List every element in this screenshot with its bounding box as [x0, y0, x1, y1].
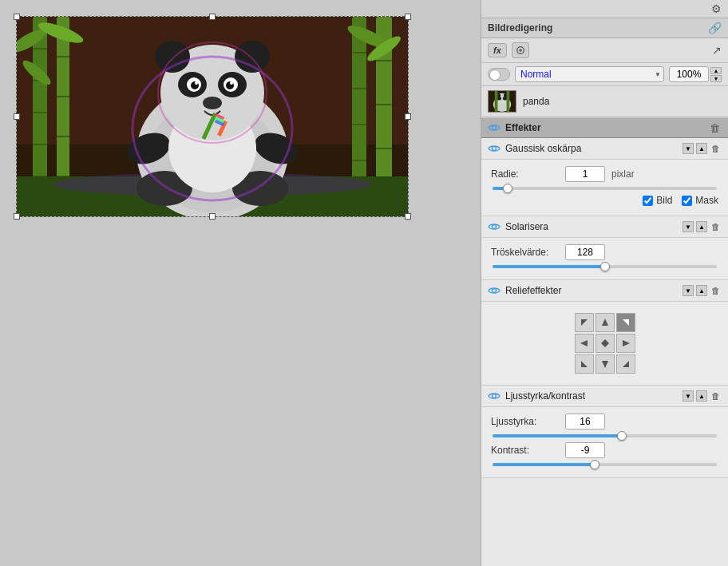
panel-link-icon[interactable]: 🔗	[708, 22, 722, 34]
threshold-label: Tröskelvärde:	[491, 247, 559, 258]
bild-label: Bild	[656, 195, 672, 206]
canvas-image-container[interactable]	[16, 16, 409, 217]
gaussian-visibility-toggle[interactable]	[488, 142, 500, 155]
svg-point-47	[230, 81, 233, 85]
handle-tl[interactable]	[14, 14, 20, 20]
panel-title-bar: Bildredigering 🔗	[481, 18, 728, 38]
relief-sw[interactable]	[575, 354, 594, 374]
layer-thumbnail	[488, 90, 516, 113]
relief-name: Reliefeffekter	[505, 285, 678, 296]
svg-point-57	[519, 49, 521, 51]
mode-row: Normal Upplösa Multiplicera Skärm ▼ ▲ ▼	[481, 63, 728, 86]
relief-w[interactable]	[575, 334, 594, 353]
radius-row: Radie: pixlar	[491, 166, 718, 182]
svg-marker-77	[581, 361, 588, 367]
relief-delete[interactable]: 🗑	[710, 286, 722, 295]
gear-icon[interactable]: ⚙	[711, 2, 722, 15]
brightness-up-arrow[interactable]: ▲	[696, 390, 707, 402]
effect-row-relief: Reliefeffekter ▼ ▲ 🗑	[481, 280, 728, 302]
solarize-visibility-toggle[interactable]	[488, 220, 500, 233]
brightness-delete[interactable]: 🗑	[710, 391, 722, 401]
export-icon[interactable]: ↗	[712, 44, 722, 57]
bild-checkbox[interactable]	[643, 196, 653, 206]
relief-up-arrow[interactable]: ▲	[696, 285, 707, 296]
relief-params	[481, 302, 728, 386]
mode-select-wrapper: Normal Upplösa Multiplicera Skärm ▼	[515, 66, 664, 82]
handle-bl[interactable]	[14, 213, 20, 220]
top-gear-area: ⚙	[481, 0, 728, 18]
effect-row-gaussian: Gaussisk oskärpa ▼ ▲ 🗑	[481, 138, 728, 160]
adjust-icon	[516, 45, 525, 56]
solarize-delete[interactable]: 🗑	[710, 222, 722, 232]
relief-e[interactable]	[616, 334, 635, 353]
effect-row-solarize: Solarisera ▼ ▲ 🗑	[481, 216, 728, 238]
blend-mode-select[interactable]: Normal Upplösa Multiplicera Skärm	[515, 66, 664, 82]
relief-down-arrow[interactable]: ▼	[682, 285, 694, 296]
handle-tc[interactable]	[209, 14, 216, 20]
gaussian-name: Gaussisk oskärpa	[505, 143, 678, 154]
contrast-input[interactable]	[565, 442, 605, 458]
relief-center[interactable]	[595, 334, 615, 353]
layer-row: panda	[481, 86, 728, 117]
effects-visibility-toggle[interactable]	[488, 121, 500, 134]
mask-checkbox-label[interactable]: Mask	[682, 195, 718, 206]
relief-se[interactable]	[616, 354, 635, 374]
relief-ne[interactable]	[616, 313, 635, 332]
canvas-area	[0, 0, 481, 566]
brightness-down-arrow[interactable]: ▼	[682, 390, 694, 402]
handle-bc[interactable]	[209, 213, 216, 220]
relief-nw[interactable]	[575, 313, 594, 332]
opacity-up-button[interactable]: ▲	[710, 67, 722, 74]
mode-toggle[interactable]	[488, 68, 510, 81]
effect-row-brightness: Ljusstyrka/kontrast ▼ ▲ 🗑	[481, 386, 728, 407]
handle-ml[interactable]	[14, 113, 20, 120]
threshold-row: Tröskelvärde:	[491, 244, 718, 260]
threshold-input[interactable]	[565, 244, 605, 260]
brightness-input[interactable]	[565, 414, 605, 429]
svg-marker-72	[602, 319, 608, 326]
svg-point-68	[493, 147, 497, 151]
radius-slider[interactable]	[493, 187, 717, 190]
relief-s[interactable]	[595, 354, 615, 374]
contrast-slider[interactable]	[493, 463, 717, 466]
effects-header-left: Effekter	[488, 121, 541, 134]
gaussian-up-arrow[interactable]: ▲	[696, 143, 707, 154]
gaussian-down-arrow[interactable]: ▼	[682, 143, 694, 154]
fx-button[interactable]: fx	[488, 43, 507, 57]
svg-point-48	[203, 97, 222, 109]
solarize-params: Tröskelvärde:	[481, 238, 728, 280]
tool-icon-button[interactable]	[512, 42, 529, 58]
handle-br[interactable]	[405, 213, 411, 220]
solarize-down-arrow[interactable]: ▼	[682, 221, 694, 232]
svg-point-46	[195, 81, 198, 85]
relief-visibility-toggle[interactable]	[488, 284, 500, 297]
handle-tr[interactable]	[405, 14, 411, 20]
effects-title: Effekter	[505, 122, 541, 133]
solarize-up-arrow[interactable]: ▲	[696, 221, 707, 232]
gaussian-params: Radie: pixlar Bild Mask	[481, 160, 728, 216]
svg-rect-66	[507, 91, 510, 112]
solarize-name: Solarisera	[505, 221, 678, 232]
radius-input[interactable]	[565, 166, 605, 182]
radius-slider-row	[491, 187, 718, 190]
contrast-slider-row	[491, 463, 718, 466]
bild-checkbox-label[interactable]: Bild	[643, 195, 672, 206]
layer-name: panda	[523, 96, 549, 107]
opacity-input[interactable]	[669, 66, 709, 82]
right-panel: ⚙ Bildredigering 🔗 fx ↗ Normal Upplösa M…	[481, 0, 728, 566]
relief-direction-grid	[491, 313, 718, 374]
solarize-slider[interactable]	[493, 265, 717, 268]
brightness-params: Ljusstyrka: Kontrast:	[481, 407, 728, 478]
toolbar-row: fx ↗	[481, 38, 728, 63]
svg-marker-75	[601, 339, 609, 347]
brightness-slider[interactable]	[493, 434, 717, 437]
opacity-down-button[interactable]: ▼	[710, 75, 722, 82]
handle-mr[interactable]	[405, 113, 411, 120]
svg-marker-78	[602, 361, 608, 368]
relief-n[interactable]	[595, 313, 615, 332]
effects-delete-button[interactable]: 🗑	[708, 122, 722, 134]
brightness-visibility-toggle[interactable]	[488, 390, 500, 402]
mask-checkbox[interactable]	[682, 196, 692, 206]
gaussian-delete[interactable]: 🗑	[710, 144, 722, 153]
solarize-slider-row	[491, 265, 718, 268]
